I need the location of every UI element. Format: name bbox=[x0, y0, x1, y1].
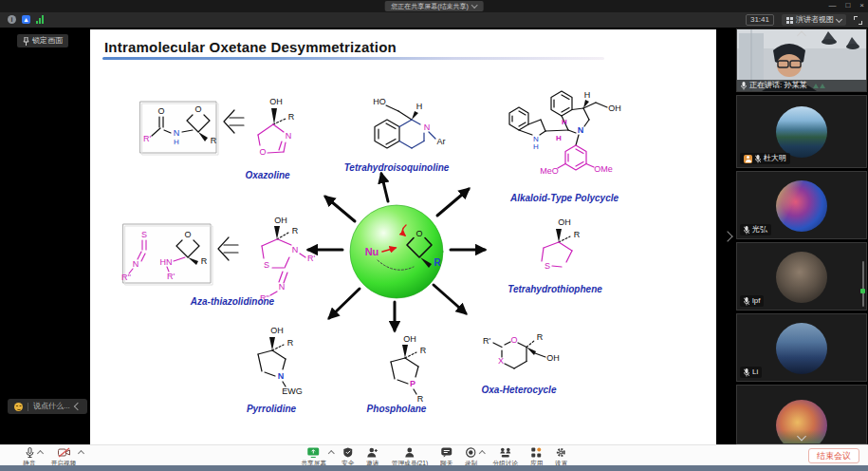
atom-label: N bbox=[424, 122, 431, 132]
label-oxazoline: Oxazoline bbox=[245, 170, 289, 180]
pin-view-label: 锁定画面 bbox=[32, 36, 63, 46]
view-mode-label: 演讲者视图 bbox=[796, 15, 834, 25]
molecule-oxa-heterocycle: O X R' OH R bbox=[483, 332, 560, 368]
record-icon bbox=[466, 447, 476, 458]
avatar bbox=[776, 323, 827, 374]
atom-label: Ar bbox=[437, 137, 446, 146]
atom-label: N bbox=[292, 245, 299, 254]
atom-label: O bbox=[510, 335, 517, 345]
sidebar-expand-icon[interactable] bbox=[722, 231, 732, 241]
atom-label: OH bbox=[608, 104, 621, 113]
sidebar-scrollbar[interactable] bbox=[862, 261, 864, 307]
atom-label: R bbox=[292, 226, 299, 236]
end-meeting-button[interactable]: 结束会议 bbox=[808, 448, 859, 463]
info-icon[interactable]: i bbox=[8, 15, 16, 24]
shield-icon bbox=[342, 447, 352, 458]
screen-share-banner-text: 您正在共享屏幕(结束共享) bbox=[391, 2, 469, 10]
atom-label: O bbox=[184, 230, 191, 239]
maximize-button[interactable]: □ bbox=[845, 0, 850, 11]
meeting-menubar: i ▲ 31:41 演讲者视图 bbox=[0, 12, 868, 28]
atom-label: OH bbox=[558, 217, 571, 227]
avatar bbox=[776, 180, 827, 232]
video-tile[interactable]: Li bbox=[736, 313, 867, 382]
reaction-scheme: Nu O R R' bbox=[90, 29, 716, 443]
molecule-amide-oxetane: R' O N H O R bbox=[140, 102, 218, 155]
label-tetrahydroisoquinoline: Tetrahydroisoquinoline bbox=[344, 162, 450, 173]
meeting-app-icon[interactable]: ▲ bbox=[22, 15, 30, 24]
participant-name: 杜大明 bbox=[764, 154, 786, 163]
mic-muted-icon bbox=[755, 155, 761, 163]
label-tetrahydrothiophene: Tetrahydrothiophene bbox=[508, 284, 602, 294]
atom-label: P bbox=[410, 379, 416, 388]
close-button[interactable]: × bbox=[859, 0, 864, 11]
breakout-rooms-icon bbox=[500, 447, 511, 458]
atom-label: R bbox=[417, 394, 424, 404]
brand-watermark-icon bbox=[813, 84, 825, 88]
atom-label: R' bbox=[307, 254, 315, 263]
atom-label: R'' bbox=[121, 273, 131, 282]
avatar bbox=[776, 106, 827, 158]
shared-slide: Intramolecular Oxetane Desymmetrization bbox=[90, 29, 716, 444]
atom-label: N bbox=[174, 128, 180, 138]
video-tile[interactable]: lpf bbox=[736, 242, 867, 311]
label-pyrrolidine: Pyrrolidine bbox=[247, 404, 296, 414]
atom-label: O bbox=[194, 104, 201, 114]
atom-label: OH bbox=[546, 353, 560, 363]
quickbar-text[interactable]: 说点什么... bbox=[33, 402, 70, 411]
label-alkaloid-polycycle: Alkaloid-Type Polycycle bbox=[510, 193, 619, 203]
minimize-button[interactable]: — bbox=[828, 0, 836, 11]
mic-muted-icon bbox=[744, 368, 749, 377]
window-titlebar: 您正在共享屏幕(结束共享) — □ × bbox=[0, 0, 868, 12]
pin-icon bbox=[23, 37, 29, 46]
video-tile[interactable]: 光弘 bbox=[736, 171, 867, 239]
atom-label: N bbox=[286, 131, 292, 141]
mic-muted-icon bbox=[744, 226, 749, 235]
atom-label: H bbox=[562, 118, 567, 126]
atom-label: R bbox=[537, 332, 544, 342]
screen-share-banner[interactable]: 您正在共享屏幕(结束共享) bbox=[384, 1, 484, 11]
atom-label: R' bbox=[167, 272, 175, 281]
stage: Intramolecular Oxetane Desymmetrization bbox=[0, 28, 868, 444]
network-signal-icon[interactable] bbox=[36, 15, 44, 24]
atom-label: HO bbox=[373, 97, 386, 106]
chevron-left-icon[interactable] bbox=[73, 403, 81, 410]
view-mode-button[interactable]: 演讲者视图 bbox=[782, 14, 846, 26]
atom-label: HN bbox=[160, 257, 173, 267]
label-phospholane: Phospholane bbox=[367, 404, 427, 414]
reaction-quickbar[interactable]: 说点什么... bbox=[8, 399, 87, 414]
mic-icon bbox=[26, 447, 34, 458]
atom-label: R' bbox=[143, 134, 151, 143]
atom-label: OH bbox=[270, 326, 284, 335]
share-screen-icon bbox=[307, 447, 320, 458]
apps-grid-icon bbox=[531, 447, 542, 458]
molecule-aza-thiazolidinone: OH R S N R' N R'' bbox=[260, 216, 315, 303]
atom-label: OMe bbox=[594, 164, 613, 174]
fullscreen-icon[interactable] bbox=[854, 16, 862, 25]
chevron-down-icon bbox=[836, 15, 842, 22]
atom-label: OH bbox=[403, 334, 416, 344]
atom-label: MeO bbox=[540, 166, 559, 176]
video-tile-speaker[interactable]: 正在讲话: 孙某某 bbox=[736, 28, 867, 92]
invite-person-icon bbox=[366, 447, 378, 458]
atom-label: N bbox=[133, 259, 139, 269]
video-tile[interactable]: 杜大明 bbox=[736, 95, 867, 168]
atom-label: N bbox=[279, 282, 286, 292]
atom-label: OH bbox=[269, 97, 283, 106]
atom-label: S bbox=[264, 260, 269, 270]
mic-icon bbox=[741, 82, 747, 90]
label-aza-thiazolidinone: Aza-thiazolidinone bbox=[191, 296, 274, 307]
chat-bubble-icon bbox=[441, 447, 452, 458]
grid-view-icon bbox=[786, 17, 793, 24]
atom-label: O bbox=[259, 147, 266, 157]
atom-label: H bbox=[533, 142, 539, 151]
emoji-icon[interactable] bbox=[14, 403, 23, 411]
camera-off-icon bbox=[58, 447, 70, 458]
retro-arrow bbox=[224, 110, 244, 133]
pin-view-tag[interactable]: 锁定画面 bbox=[17, 34, 68, 47]
gear-icon bbox=[556, 447, 566, 458]
atom-label: H bbox=[584, 90, 591, 100]
divider bbox=[28, 403, 28, 411]
molecule-alkaloid: H OH N N H H H MeO OMe bbox=[509, 90, 621, 176]
atom-label: O bbox=[157, 106, 164, 116]
video-tile[interactable] bbox=[736, 385, 867, 444]
